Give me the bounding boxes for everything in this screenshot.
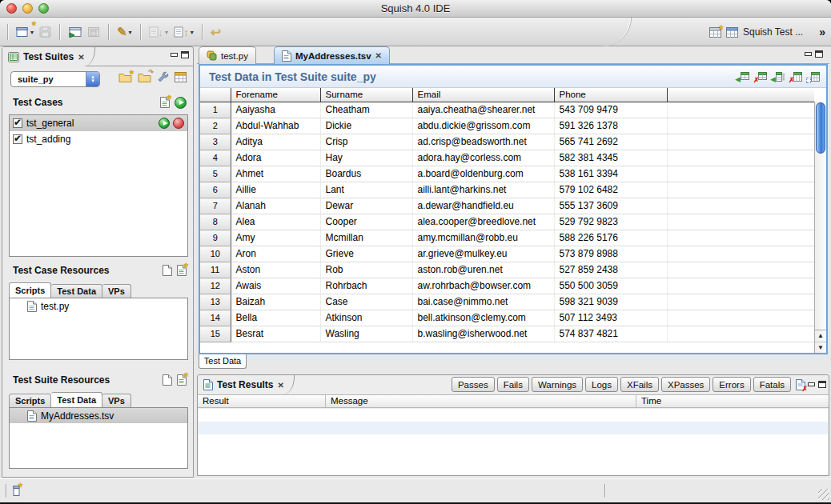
add-column-button[interactable]: ◀ [773, 72, 785, 82]
table-cell[interactable]: 598 321 9039 [554, 294, 667, 310]
table-cell[interactable]: 574 837 4821 [554, 326, 667, 342]
row-number[interactable]: 7 [200, 198, 231, 214]
table-row[interactable]: 10AronGrievear.grieve@mulkey.eu573 879 8… [200, 246, 814, 262]
filter-button-errors[interactable]: Errors [713, 377, 750, 392]
row-number[interactable]: 3 [200, 134, 231, 150]
sheet-tab-test-data[interactable]: Test Data [199, 354, 247, 369]
table-cell[interactable]: Bella [231, 310, 320, 326]
scroll-down-button[interactable]: ▼ [815, 342, 826, 353]
table-row[interactable]: 7AlanahDewara.dewar@handfield.eu555 137 … [200, 198, 814, 214]
column-header-email[interactable]: Email [412, 88, 554, 102]
table-row[interactable]: 14BellaAtkinsonbell.atkinson@clemy.com50… [200, 310, 814, 326]
table-row[interactable]: 1AaiyashaCheathamaaiya.cheatha@shearer.n… [200, 102, 814, 118]
table-cell-empty[interactable] [667, 326, 814, 342]
table-cell[interactable]: aston.rob@uren.net [412, 262, 554, 278]
table-cell[interactable]: bai.case@nimmo.net [412, 294, 554, 310]
checkbox-checked[interactable] [13, 118, 22, 128]
vertical-scrollbar[interactable]: ▲ ▼ [814, 102, 826, 353]
table-cell[interactable]: Aditya [231, 134, 320, 150]
table-cell[interactable]: Rob [320, 262, 412, 278]
table-cell-empty[interactable] [667, 166, 814, 182]
table-cell[interactable]: Adora [231, 150, 320, 166]
table-cell-empty[interactable] [667, 182, 814, 198]
table-cell[interactable]: Abdul-Wahhab [231, 118, 320, 134]
column-header-forename[interactable]: Forename [231, 88, 320, 102]
table-cell[interactable]: Aaiyasha [231, 102, 320, 118]
resource-tab-vps[interactable]: VPs [102, 284, 131, 298]
table-cell[interactable]: ar.grieve@mulkey.eu [412, 246, 554, 262]
table-cell-empty[interactable] [667, 134, 814, 150]
open-test-suite-button[interactable]: ↷ [138, 72, 151, 82]
table-row[interactable]: 2Abdul-WahhabDickieabdu.dickie@grissom.c… [200, 118, 814, 134]
table-cell[interactable]: ad.crisp@beadsworth.net [412, 134, 554, 150]
run-test-suite-button[interactable] [175, 97, 187, 109]
minimize-view-button[interactable] [171, 53, 178, 57]
table-row[interactable]: 13BaizahCasebai.case@nimmo.net598 321 90… [200, 294, 814, 310]
table-cell[interactable]: Aillie [231, 182, 320, 198]
resource-tab-test-data[interactable]: Test Data [51, 392, 102, 408]
table-cell[interactable]: Wasling [320, 326, 412, 342]
table-cell[interactable]: 529 792 9823 [554, 214, 667, 230]
row-number[interactable]: 5 [200, 166, 231, 182]
table-cell[interactable]: 550 500 3059 [554, 278, 667, 294]
new-wizard-button[interactable]: ★ ▾ [14, 22, 35, 42]
table-cell[interactable]: 555 137 3609 [554, 198, 667, 214]
test-case-item[interactable]: tst_general [10, 115, 187, 131]
table-cell[interactable]: 573 879 8988 [554, 246, 667, 262]
test-suite-settings-button[interactable] [157, 71, 169, 83]
table-cell-empty[interactable] [667, 230, 814, 246]
table-cell[interactable]: Hay [320, 150, 412, 166]
close-window-button[interactable] [6, 3, 17, 14]
minimize-window-button[interactable] [22, 3, 33, 14]
table-cell-empty[interactable] [667, 262, 814, 278]
new-test-case-button[interactable]: ★ [160, 97, 170, 108]
remove-column-button[interactable]: ✗ [791, 72, 802, 82]
row-number[interactable]: 10 [200, 246, 231, 262]
table-cell[interactable]: adora.hay@corless.com [412, 150, 554, 166]
tab-test-py[interactable]: test.py [199, 46, 256, 64]
table-cell-empty[interactable] [667, 150, 814, 166]
scroll-up-button[interactable]: ▲ [815, 330, 826, 342]
close-icon[interactable]: ✕ [78, 53, 84, 62]
table-cell[interactable]: 507 112 3493 [554, 310, 667, 326]
resource-tab-test-data[interactable]: Test Data [51, 284, 102, 298]
resource-tab-scripts[interactable]: Scripts [9, 394, 51, 408]
tab-test-results[interactable]: Test Results ✕ [198, 375, 295, 394]
table-cell[interactable]: Boardus [320, 166, 412, 182]
table-cell[interactable]: Alea [231, 214, 320, 230]
table-row[interactable]: 15BesratWaslingb.wasling@isherwood.net57… [200, 326, 814, 342]
column-header-phone[interactable]: Phone [554, 88, 667, 102]
tab-test-suites[interactable]: Test Suites ✕ [2, 47, 95, 66]
table-cell-empty[interactable] [667, 278, 814, 294]
close-icon[interactable]: ✕ [375, 51, 382, 60]
squish-test-perspective-icon[interactable] [726, 27, 738, 38]
filter-button-fails[interactable]: Fails [497, 377, 529, 392]
maximize-editor-button[interactable] [815, 50, 823, 58]
table-cell[interactable]: Atkinson [320, 310, 412, 326]
new-script-button[interactable] [163, 374, 172, 386]
record-test-case-button[interactable] [173, 118, 184, 129]
table-cell[interactable]: Dickie [320, 118, 412, 134]
table-cell[interactable]: ailli.lant@harkins.net [412, 182, 554, 198]
table-cell[interactable]: abdu.dickie@grissom.com [412, 118, 554, 134]
results-column-result[interactable]: Result [198, 395, 326, 407]
filter-button-fatals[interactable]: Fatals [753, 377, 791, 392]
table-row[interactable]: 6AillieLantailli.lant@harkins.net579 102… [200, 182, 814, 198]
table-row[interactable]: 9AmyMcmillanamy.mcmillan@robb.eu588 226 … [200, 230, 814, 246]
zoom-window-button[interactable] [38, 3, 49, 14]
minimize-editor-button[interactable] [805, 52, 812, 56]
maximize-view-button[interactable] [181, 51, 189, 58]
table-cell[interactable]: amy.mcmillan@robb.eu [412, 230, 554, 246]
file-item[interactable]: MyAddresses.tsv [10, 408, 187, 423]
row-number[interactable]: 14 [200, 310, 231, 326]
table-cell-empty[interactable] [667, 102, 814, 118]
table-cell[interactable]: Cooper [320, 214, 412, 230]
table-cell[interactable]: Ahmet [231, 166, 320, 182]
table-cell[interactable]: 538 161 3394 [554, 166, 667, 182]
row-number[interactable]: 1 [200, 102, 231, 118]
table-cell[interactable]: b.wasling@isherwood.net [412, 326, 554, 342]
new-resource-button[interactable]: ★ [177, 265, 187, 276]
table-cell[interactable]: aaiya.cheatha@shearer.net [412, 102, 554, 118]
row-number[interactable]: 8 [200, 214, 231, 230]
remove-row-button[interactable]: ✗ [756, 72, 767, 82]
